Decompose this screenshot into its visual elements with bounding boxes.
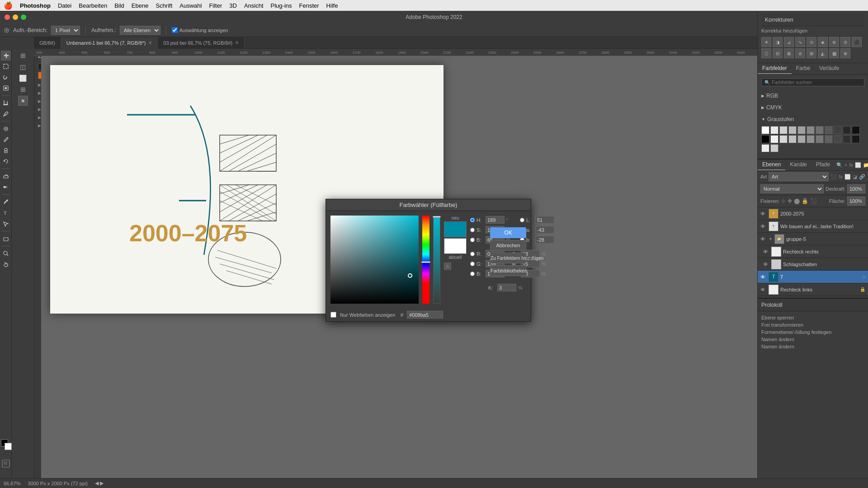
gs-swatch-13[interactable] <box>770 135 778 143</box>
aufn-bereich-select[interactable]: 1 Pixel <box>51 26 80 35</box>
ebenen-fx-icon[interactable]: fx <box>849 162 854 168</box>
eyedropper-tool[interactable] <box>1 109 11 119</box>
auswahlung-checkbox[interactable] <box>172 27 178 33</box>
web-colors-checkbox[interactable] <box>330 312 336 318</box>
prot-item-3[interactable]: Formenebene/-füllung festlegen <box>761 328 864 336</box>
path-select-tool[interactable] <box>1 219 11 229</box>
prot-item-5[interactable]: Namen ändern <box>761 343 864 350</box>
menu-hilfe[interactable]: Hilfe <box>326 2 338 9</box>
tab-2[interactable]: 03.psd bei 66,7% (75, RGB/8#) ✕ <box>158 37 245 49</box>
gs-swatch-21[interactable] <box>843 135 851 143</box>
korr-posterize[interactable]: ⊞ <box>807 48 816 58</box>
gs-swatch-6[interactable] <box>807 126 815 134</box>
tab-verlaeufe[interactable]: Verläufe <box>815 63 844 74</box>
menu-ebene[interactable]: Ebene <box>132 2 149 9</box>
radio-B[interactable] <box>470 238 475 242</box>
filter-icon-1[interactable]: ⬛ <box>830 174 837 180</box>
swatches-search-input[interactable] <box>772 80 861 85</box>
korr-bw[interactable]: ⬛ <box>852 37 862 47</box>
layer-eye-ss[interactable]: 👁 <box>763 262 769 267</box>
gs-swatch-8[interactable] <box>825 126 833 134</box>
prot-item-2[interactable]: Frei transformieren <box>761 321 864 328</box>
add-to-swatches-button[interactable]: Zu Farbfeldern hinzufügen <box>490 253 526 263</box>
gs-swatch-19[interactable] <box>825 135 833 143</box>
gs-swatch-1[interactable] <box>761 126 769 134</box>
hex-input[interactable] <box>407 311 443 319</box>
radio-G[interactable] <box>470 262 475 266</box>
tab-pfade[interactable]: Pfade <box>811 160 835 170</box>
gs-swatch-5[interactable] <box>797 126 806 134</box>
ebenen-mask-icon[interactable]: ⬜ <box>855 162 861 168</box>
input-L[interactable] <box>535 216 554 224</box>
gs-swatch-7[interactable] <box>816 126 824 134</box>
menu-bild[interactable]: Bild <box>114 2 124 9</box>
fixieren-icon-3[interactable]: ⬤ <box>794 198 800 204</box>
filter-icon-4[interactable]: ◪ <box>853 174 857 180</box>
korr-levels[interactable]: ⊿ <box>784 37 794 47</box>
aufnehmen-select[interactable]: Alle Ebenen <box>120 26 160 35</box>
korr-brightness[interactable]: ☀ <box>761 37 771 47</box>
layer-row-rechteck-rechts[interactable]: 👁 Rechteck rechts <box>758 245 868 258</box>
gs-swatch-2[interactable] <box>770 126 778 134</box>
gs-swatch-17[interactable] <box>807 135 815 143</box>
menu-bearbeiten[interactable]: Bearbeiten <box>79 2 107 9</box>
tab-1[interactable]: Unbenannt-1 bei 66,7% (7, RGB/8*) ✕ <box>61 37 158 49</box>
layer-eye-wir[interactable]: 👁 <box>760 224 767 229</box>
korr-invert[interactable]: ⊘ <box>795 48 805 58</box>
gs-swatch-20[interactable] <box>834 135 842 143</box>
filter-icon-3[interactable]: ⬜ <box>844 174 851 180</box>
tab-farbe[interactable]: Farbe <box>792 63 815 74</box>
radio-B2[interactable] <box>470 272 475 276</box>
korr-color-bal[interactable]: ⊝ <box>840 37 850 47</box>
opacity-input[interactable] <box>847 184 865 193</box>
layer-row-7[interactable]: 👁 7 7 fx <box>758 271 868 283</box>
korr-contrast[interactable]: ◑ <box>773 37 783 47</box>
menu-ansicht[interactable]: Ansicht <box>244 2 264 9</box>
move-tool[interactable] <box>1 51 11 61</box>
brush-tool[interactable] <box>1 135 11 145</box>
menu-schrift[interactable]: Schrift <box>156 2 172 9</box>
menu-datei[interactable]: Datei <box>58 2 71 9</box>
gs-swatch-14[interactable] <box>779 135 788 143</box>
lasso-tool[interactable] <box>1 72 11 82</box>
layer-row-rl[interactable]: 👁 Rechteck links 🔒 <box>758 283 868 296</box>
close-tab-2[interactable]: ✕ <box>235 40 239 45</box>
minimize-window-button[interactable] <box>13 14 18 20</box>
input-a[interactable] <box>535 226 554 234</box>
tab-farbfelder[interactable]: Farbfelder <box>758 63 792 74</box>
group-header-graustufen[interactable]: ▼ Graustufen <box>761 114 864 124</box>
object-select-tool[interactable] <box>1 83 11 93</box>
layer-row-5[interactable]: 👁 ▼ 📁 gruppe-5 <box>758 233 868 245</box>
close-window-button[interactable] <box>5 14 10 20</box>
zoom-tool[interactable] <box>1 249 11 258</box>
filter-icon-2[interactable]: fx <box>839 174 843 180</box>
menu-photoshop[interactable]: Photoshop <box>20 2 51 9</box>
gs-swatch-10[interactable] <box>843 126 851 134</box>
tab-0[interactable]: GB/8#) <box>34 37 61 49</box>
gs-swatch-16[interactable] <box>797 135 806 143</box>
history-brush-tool[interactable] <box>1 156 11 166</box>
apple-menu[interactable]: 🍎 <box>4 1 13 10</box>
ebenen-add-icon[interactable]: + <box>844 162 847 168</box>
layer-row-schlagschatten[interactable]: 👁 Schlagschatten <box>758 258 868 271</box>
korr-selective-color[interactable]: ⊕ <box>840 48 850 58</box>
korr-exposure[interactable]: ⊙ <box>807 37 816 47</box>
spot-heal-tool[interactable] <box>1 124 11 134</box>
shape-tool[interactable] <box>1 234 11 244</box>
fixieren-icon-2[interactable]: ✥ <box>788 198 792 204</box>
filter-type-select[interactable]: Art Name Effekt Modus Attribut Farbe <box>769 172 829 181</box>
menu-plugins[interactable]: Plug-ins <box>271 2 292 9</box>
pen-tool[interactable] <box>1 197 11 207</box>
radio-R[interactable] <box>470 252 475 256</box>
layer-eye-2000[interactable]: 👁 <box>760 211 767 216</box>
gs-swatch-15[interactable] <box>788 135 797 143</box>
hue-strip[interactable] <box>422 216 429 304</box>
ok-button[interactable]: OK <box>490 227 526 238</box>
opacity-strip[interactable] <box>433 216 440 304</box>
layer-expand-5[interactable]: ▼ <box>769 237 773 241</box>
ebenen-search-icon[interactable]: 🔍 <box>836 162 843 168</box>
fixieren-icon-5[interactable]: ⬛ <box>810 198 817 204</box>
left-panel-icon-1[interactable]: ⊞ <box>18 51 28 61</box>
fullscreen-window-button[interactable] <box>21 14 26 20</box>
korr-curves[interactable]: ∿ <box>795 37 805 47</box>
